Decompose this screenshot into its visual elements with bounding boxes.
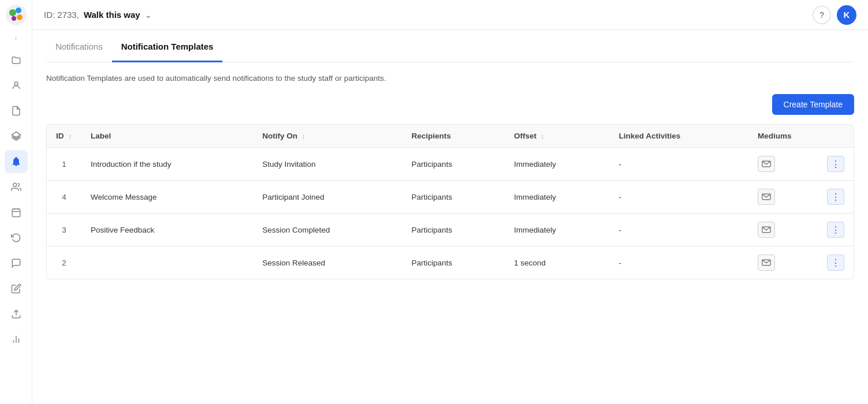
create-template-button[interactable]: Create Template (772, 94, 854, 115)
svg-rect-8 (12, 209, 20, 217)
table-row: 1 Introduction if the study Study Invita… (47, 148, 854, 181)
svg-point-7 (13, 183, 16, 186)
table-row: 2 Session Released Participants 1 second… (47, 246, 854, 279)
sidebar-item-group[interactable] (5, 175, 28, 199)
tab-bar: Notifications Notification Templates (46, 30, 854, 62)
cell-offset: 1 second (505, 246, 610, 279)
row-more-button[interactable]: ⋮ (827, 222, 844, 238)
cell-recipients: Participants (402, 181, 505, 214)
table-header-row: ID ↕ Label Notify On ↕ Recipients (47, 125, 854, 148)
study-title-area: ID: 2733, Walk this way ⌄ (44, 10, 152, 20)
cell-recipients: Participants (402, 246, 505, 279)
study-id-label: ID: 2733, (44, 10, 79, 20)
sidebar-item-edit[interactable] (5, 277, 28, 300)
cell-actions: ⋮ (818, 148, 854, 181)
cell-recipients: Participants (402, 148, 505, 181)
sidebar-collapse-button[interactable]: ‹ (5, 32, 28, 44)
sidebar-item-layers[interactable] (5, 125, 28, 148)
col-actions (818, 125, 854, 148)
row-more-button[interactable]: ⋮ (827, 255, 844, 271)
study-name-label: Walk this way (84, 10, 140, 20)
cell-label: Positive Feedback (81, 214, 253, 246)
cell-offset: Immediately (505, 181, 610, 214)
cell-mediums (748, 148, 818, 181)
cell-notify-on: Session Released (253, 246, 402, 279)
svg-point-4 (12, 16, 16, 21)
sidebar-item-person[interactable] (5, 74, 28, 97)
sidebar-item-document[interactable] (5, 99, 28, 122)
sidebar-item-history[interactable] (5, 226, 28, 249)
email-medium-icon (758, 189, 775, 205)
sidebar-item-folder[interactable] (5, 48, 28, 72)
user-avatar-button[interactable]: K (837, 5, 856, 25)
templates-table: ID ↕ Label Notify On ↕ Recipients (46, 124, 854, 279)
svg-point-0 (6, 5, 27, 25)
col-recipients: Recipients (402, 125, 505, 148)
table-row: 4 Welcome Message Participant Joined Par… (47, 181, 854, 214)
main-content: ID: 2733, Walk this way ⌄ ? K Notificati… (32, 0, 868, 404)
cell-actions: ⋮ (818, 214, 854, 246)
row-more-button[interactable]: ⋮ (827, 189, 844, 205)
sidebar-item-chat[interactable] (5, 252, 28, 275)
create-button-row: Create Template (46, 94, 854, 115)
cell-notify-on: Study Invitation (253, 148, 402, 181)
svg-point-2 (16, 8, 21, 13)
cell-offset: Immediately (505, 214, 610, 246)
sidebar-item-export[interactable] (5, 302, 28, 326)
email-medium-icon (758, 156, 775, 172)
svg-point-3 (17, 14, 23, 20)
study-dropdown-icon[interactable]: ⌄ (145, 10, 152, 20)
notify-on-sort-icon[interactable]: ↕ (302, 133, 306, 140)
cell-linked-activities: - (610, 214, 748, 246)
id-sort-icon[interactable]: ↕ (68, 133, 72, 140)
cell-id: 4 (47, 181, 81, 214)
col-label: Label (81, 125, 253, 148)
topbar: ID: 2733, Walk this way ⌄ ? K (32, 0, 868, 30)
cell-linked-activities: - (610, 246, 748, 279)
email-medium-icon (758, 255, 775, 271)
cell-recipients: Participants (402, 214, 505, 246)
sidebar-item-analytics[interactable] (5, 328, 28, 351)
cell-label (81, 246, 253, 279)
email-medium-icon (758, 222, 775, 238)
cell-id: 3 (47, 214, 81, 246)
topbar-actions: ? K (813, 5, 856, 25)
cell-offset: Immediately (505, 148, 610, 181)
tab-notification-templates[interactable]: Notification Templates (112, 30, 223, 62)
tab-notifications[interactable]: Notifications (46, 30, 112, 62)
cell-actions: ⋮ (818, 246, 854, 279)
col-mediums: Mediums (748, 125, 818, 148)
cell-notify-on: Session Completed (253, 214, 402, 246)
row-more-button[interactable]: ⋮ (827, 156, 844, 172)
page-description: Notification Templates are used to autom… (46, 74, 854, 83)
col-linked-activities: Linked Activities (610, 125, 748, 148)
cell-label: Introduction if the study (81, 148, 253, 181)
sidebar: ‹ (0, 0, 32, 404)
cell-mediums (748, 246, 818, 279)
cell-label: Welcome Message (81, 181, 253, 214)
offset-sort-icon[interactable]: ↕ (541, 133, 545, 140)
page-content: Notifications Notification Templates Not… (32, 30, 868, 404)
cell-notify-on: Participant Joined (253, 181, 402, 214)
help-button[interactable]: ? (813, 6, 831, 24)
col-id: ID ↕ (47, 125, 81, 148)
cell-linked-activities: - (610, 148, 748, 181)
sidebar-item-calendar[interactable] (5, 201, 28, 224)
cell-linked-activities: - (610, 181, 748, 214)
col-notify-on: Notify On ↕ (253, 125, 402, 148)
table-row: 3 Positive Feedback Session Completed Pa… (47, 214, 854, 246)
cell-mediums (748, 214, 818, 246)
cell-actions: ⋮ (818, 181, 854, 214)
cell-id: 2 (47, 246, 81, 279)
svg-point-1 (9, 9, 16, 16)
cell-id: 1 (47, 148, 81, 181)
col-offset: Offset ↕ (505, 125, 610, 148)
app-logo[interactable] (6, 5, 27, 25)
svg-point-5 (14, 82, 18, 85)
cell-mediums (748, 181, 818, 214)
sidebar-item-bell[interactable] (5, 150, 28, 173)
